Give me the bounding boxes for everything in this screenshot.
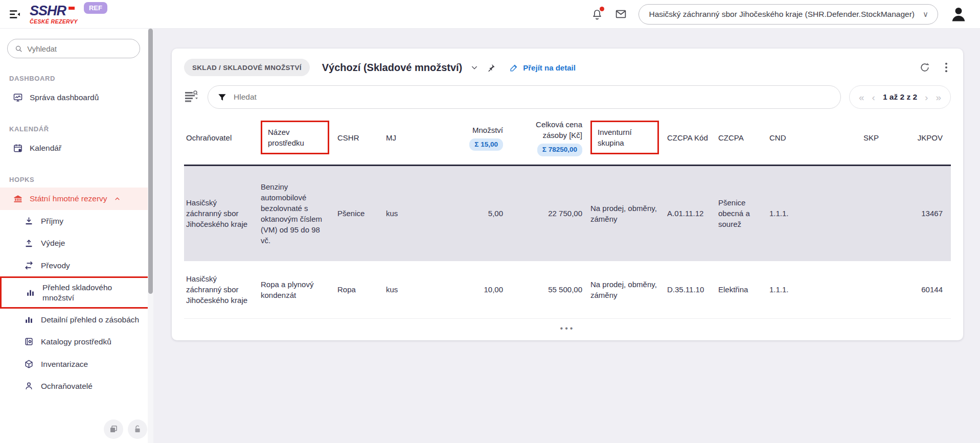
refresh-icon [919,62,930,73]
lock-button[interactable] [128,419,147,439]
logo-text: SSHR [30,4,78,18]
column-header-jkpov[interactable]: JKPOV [887,132,951,143]
pagination-next-button[interactable]: › [925,92,928,102]
sidebar-item-label: Detailní přehled o zásobách [41,315,139,324]
column-header-mj[interactable]: MJ [386,132,427,143]
pin-view-button[interactable] [487,63,495,72]
sidebar-item-prehled-skladoveho-mnozstvi[interactable]: Přehled skladového množství [0,276,152,309]
cell-jkpov: 13467 [887,208,951,219]
cell-cnd: 1.1.1. [769,208,810,219]
sidebar-item-prijmy[interactable]: Příjmy [0,210,153,232]
catalog-gear-icon [24,337,34,346]
sidebar-item-detailni-prehled-o-zasobach[interactable]: Detailní přehled o zásobách [0,309,153,331]
sidebar-item-vydeje[interactable]: Výdeje [0,232,153,254]
table-header-row: Ochraňovatel Název prostředku CSHR MJ Mn… [184,115,951,166]
user-menu-button[interactable] [949,5,968,24]
column-header-mnozstvi[interactable]: Množství Σ 15,00 [427,125,511,151]
more-options-button[interactable] [945,62,948,73]
column-header-czcpa[interactable]: CZCPA [718,132,769,143]
more-rows-indicator: ••• [184,318,951,337]
table-search-input[interactable] [234,92,831,102]
cell-cnd: 1.1.1. [769,284,810,295]
column-header-cnd[interactable]: CND [769,132,810,143]
go-to-detail-link[interactable]: Přejít na detail [510,63,576,72]
context-role-label: Hasičský záchranný sbor Jihočeského kraj… [649,10,915,19]
pagination-first-button[interactable]: « [859,92,864,102]
dashboard-icon [12,92,23,103]
cell-cena: 22 750,00 [511,208,590,219]
sidebar-section-hopks: HOPKS [9,176,153,183]
sidebar-item-inventarizace[interactable]: Inventarizace [0,353,153,375]
cell-czcpa-kod: A.01.11.12 [667,208,718,219]
cell-jkpov: 60144 [887,284,951,295]
pagination-last-button[interactable]: » [936,92,941,102]
bank-icon [12,194,23,204]
pagination-prev-button[interactable]: ‹ [872,92,875,102]
cell-mj: kus [386,284,427,295]
person-icon [24,381,34,391]
cell-czcpa: Elektřina [718,284,769,295]
sidebar-section-kalendar: KALENDÁŘ [9,125,153,133]
messages-button[interactable] [614,8,627,20]
context-role-selector[interactable]: Hasičský záchranný sbor Jihočeského kraj… [639,4,938,25]
pagination-label: 1 až 2 z 2 [883,92,917,102]
sidebar-item-sprava-dashboardu[interactable]: Správa dashboardů [0,86,153,109]
stock-quantity-card: SKLAD / SKLADOVÉ MNOŽSTVÍ Výchozí (Sklad… [172,49,963,340]
copy-icon [109,425,118,434]
column-header-label: Celková cena zásoby [Kč] [511,119,582,141]
column-header-cshr[interactable]: CSHR [337,132,386,143]
bar-chart-icon [24,315,34,324]
sidebar-item-prevody[interactable]: Převody [0,254,153,276]
page-title: Výchozí (Skladové množství) [322,62,463,74]
sidebar: DASHBOARD Správa dashboardů KALENDÁŘ Kal… [0,29,153,443]
pagination: « ‹ 1 až 2 z 2 › » [849,85,951,109]
calendar-icon [12,143,23,153]
logo-subtitle: ČESKÉ REZERVY [30,19,78,25]
table-row[interactable]: Hasičský záchranný sbor Jihočeského kraj… [184,166,951,261]
sidebar-collapse-button[interactable] [8,8,21,21]
column-settings-button[interactable] [184,90,199,104]
sidebar-item-label: Inventarizace [41,359,88,369]
sidebar-item-label: Převody [41,261,70,270]
sidebar-item-label: Kalendář [30,143,61,153]
cell-cshr: Ropa [337,284,386,295]
sidebar-scrollbar[interactable] [148,29,153,443]
sidebar-item-label: Přehled skladového množství [42,283,145,302]
go-to-detail-label: Přejít na detail [523,63,576,72]
cell-cshr: Pšenice [337,208,386,219]
cell-ochranovatel: Hasičský záchranný sbor Jihočeského kraj… [184,273,261,306]
sidebar-item-ochranovatele[interactable]: Ochraňovatelé [0,375,153,397]
breadcrumb[interactable]: SKLAD / SKLADOVÉ MNOŽSTVÍ [184,59,310,76]
column-header-celkova-cena[interactable]: Celková cena zásoby [Kč] Σ 78250,00 [511,119,590,156]
sidebar-item-label: Příjmy [41,216,63,226]
download-tray-icon [24,216,34,226]
sidebar-item-label: Státní hmotné rezervy [30,194,107,203]
search-icon [15,44,22,53]
sidebar-item-kalendar[interactable]: Kalendář [0,137,153,159]
sidebar-item-katalogy-prostredku[interactable]: Katalogy prostředků [0,331,153,353]
refresh-button[interactable] [919,62,930,73]
hamburger-collapse-icon [8,8,21,21]
copy-button[interactable] [104,419,123,439]
cell-czcpa: Pšenice obecná a sourež [718,197,769,229]
annotation-box-inventurni-skupina: Inventurní skupina [590,121,659,154]
table-row[interactable]: Hasičský záchranný sbor Jihočeského kraj… [184,261,951,318]
filter-funnel-icon [217,92,227,102]
column-header-ochranovatel[interactable]: Ochraňovatel [184,132,261,143]
column-header-inventurni-skupina[interactable]: Inventurní skupina [590,121,667,154]
sidebar-search-input[interactable] [27,44,132,53]
app-logo: SSHR ČESKÉ REZERVY [30,4,78,25]
sidebar-item-statni-hmotne-rezervy[interactable]: Státní hmotné rezervy [0,188,153,210]
notifications-button[interactable] [591,8,603,20]
sidebar-scrollbar-thumb[interactable] [148,29,153,294]
column-header-skp[interactable]: SKP [810,132,887,143]
table-search[interactable] [208,85,841,109]
sidebar-search[interactable] [7,39,140,58]
logo-red-dash [69,7,75,10]
view-selector-button[interactable] [470,63,478,72]
main-content: SKLAD / SKLADOVÉ MNOŽSTVÍ Výchozí (Sklad… [153,29,980,443]
column-header-nazev-prostredku[interactable]: Název prostředku [261,121,337,154]
sidebar-item-label: Správa dashboardů [30,92,99,102]
column-header-czcpa-kod[interactable]: CZCPA Kód [667,132,718,143]
cell-nazev: Benziny automobilové bezolovnaté s oktan… [261,181,337,246]
